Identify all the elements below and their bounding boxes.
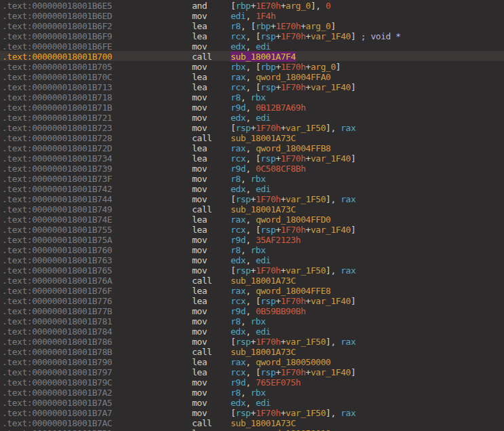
register-token[interactable]: rax — [341, 123, 355, 133]
register-token[interactable]: rbx — [251, 174, 266, 184]
address-label[interactable]: .text:000000018001B6E5 — [2, 1, 112, 11]
asm-row[interactable]: .text:000000018001B73Fmovr8, rbx — [0, 173, 504, 183]
address-label[interactable]: .text:000000018001B797 — [2, 367, 112, 377]
address-label[interactable]: .text:000000018001B755 — [2, 225, 112, 235]
mnemonic[interactable]: mov — [192, 316, 207, 326]
register-token[interactable]: rax — [231, 214, 246, 225]
identifier-token[interactable]: sub_18001A73C — [231, 204, 296, 214]
register-token[interactable]: edi — [256, 113, 271, 123]
selected-identifier-token[interactable]: sub_18001A7F4 — [231, 52, 296, 62]
register-token[interactable]: edi — [256, 184, 271, 194]
register-token[interactable]: rbp — [256, 21, 271, 31]
address-label[interactable]: .text:000000018001B790 — [2, 357, 112, 367]
identifier-token[interactable]: sub_18001A73C — [231, 347, 296, 357]
mnemonic[interactable]: mov — [192, 113, 207, 123]
number-token[interactable]: 1E70h — [256, 1, 281, 11]
mnemonic[interactable]: mov — [192, 398, 207, 408]
asm-row[interactable]: .text:000000018001B723mov[rsp+1F70h+var_… — [0, 122, 504, 132]
address-label[interactable]: .text:000000018001B75A — [2, 235, 112, 245]
asm-row[interactable]: .text:000000018001B70Clearax, qword_1800… — [0, 71, 504, 81]
mnemonic[interactable]: lea — [192, 286, 207, 296]
address-label[interactable]: .text:000000018001B784 — [2, 326, 112, 337]
asm-row[interactable]: .text:000000018001B77Bmovr9d, 0B59BB90Bh — [0, 305, 504, 316]
asm-row[interactable]: .text:000000018001B721movedx, edi — [0, 112, 504, 122]
address-label[interactable]: .text:000000018001B718 — [2, 92, 112, 102]
mnemonic[interactable]: lea — [192, 31, 207, 41]
address-label[interactable]: .text:000000018001B760 — [2, 245, 112, 255]
address-label[interactable]: .text:000000018001B721 — [2, 113, 112, 123]
register-token[interactable]: rcx — [231, 225, 246, 235]
register-token[interactable]: rbp — [235, 1, 250, 11]
asm-row[interactable]: .text:000000018001B718movr8, rbx — [0, 92, 504, 102]
register-token[interactable]: r9d — [231, 102, 246, 113]
mnemonic[interactable]: mov — [192, 92, 207, 102]
number-token[interactable]: 1F70h — [281, 225, 306, 235]
asm-row[interactable]: .text:000000018001B78Bcallsub_18001A73C — [0, 346, 504, 356]
address-label[interactable]: .text:000000018001B734 — [2, 153, 112, 164]
asm-row[interactable]: .text:000000018001B763movedx, edi — [0, 255, 504, 265]
register-token[interactable]: rsp — [260, 82, 275, 92]
register-token[interactable]: rcx — [231, 82, 246, 92]
address-label[interactable]: .text:000000018001B7AC — [2, 418, 112, 428]
register-token[interactable]: rax — [341, 408, 355, 418]
register-token[interactable]: rsp — [260, 367, 275, 377]
asm-row[interactable]: .text:000000018001B713learcx, [rsp+1F70h… — [0, 81, 504, 92]
register-token[interactable]: rbx — [231, 62, 246, 72]
mnemonic[interactable]: lea — [192, 225, 207, 235]
register-token[interactable]: edi — [256, 398, 271, 408]
register-token[interactable]: r8 — [231, 316, 241, 326]
register-token[interactable]: rsp — [260, 31, 275, 41]
identifier-token[interactable]: var_1F40 — [311, 367, 351, 377]
number-token[interactable]: 1E70h — [281, 62, 306, 72]
register-token[interactable]: rcx — [231, 153, 246, 164]
register-token[interactable]: edi — [256, 326, 271, 337]
asm-row[interactable]: .text:000000018001B7ACcallsub_18001A73C — [0, 417, 504, 428]
address-label[interactable]: .text:000000018001B742 — [2, 184, 112, 194]
register-token[interactable]: r9d — [231, 235, 246, 245]
address-label[interactable]: .text:000000018001B77B — [2, 306, 112, 316]
register-token[interactable]: rsp — [235, 123, 250, 133]
asm-row[interactable]: .text:000000018001B797learcx, [rsp+1F70h… — [0, 367, 504, 377]
asm-row[interactable]: .text:000000018001B744mov[rsp+1F70h+var_… — [0, 193, 504, 204]
asm-row[interactable]: .text:000000018001B79Cmovr9d, 765EF075h — [0, 377, 504, 387]
mnemonic[interactable]: mov — [192, 174, 207, 184]
mnemonic[interactable]: mov — [192, 245, 207, 255]
mnemonic[interactable]: mov — [192, 184, 207, 194]
identifier-token[interactable]: var_1F40 — [311, 153, 351, 164]
mnemonic[interactable]: call — [192, 347, 212, 357]
mnemonic[interactable]: lea — [192, 143, 207, 153]
number-token[interactable]: 1F70h — [281, 367, 306, 377]
address-label[interactable]: .text:000000018001B72D — [2, 143, 112, 153]
register-token[interactable]: rcx — [231, 367, 246, 377]
register-token[interactable]: rsp — [235, 265, 250, 276]
mnemonic[interactable]: and — [192, 1, 207, 11]
register-token[interactable]: r9d — [231, 377, 246, 388]
register-token[interactable]: rsp — [260, 225, 275, 235]
register-token[interactable]: edi — [256, 41, 271, 52]
number-token[interactable]: 1F70h — [281, 31, 306, 41]
register-token[interactable]: edx — [231, 113, 246, 123]
asm-row[interactable]: .text:000000018001B7A5movedx, edi — [0, 397, 504, 407]
asm-row[interactable]: .text:000000018001B784movedx, edi — [0, 326, 504, 336]
mnemonic[interactable]: lea — [192, 296, 207, 306]
identifier-token[interactable]: var_1F50 — [286, 123, 326, 133]
identifier-token[interactable]: sub_18001A73C — [231, 276, 296, 286]
register-token[interactable]: edx — [231, 41, 246, 52]
asm-row[interactable]: .text:000000018001B705movrbx, [rbp+1E70h… — [0, 61, 504, 71]
address-label[interactable]: .text:000000018001B700 — [2, 52, 112, 62]
mnemonic[interactable]: lea — [192, 428, 207, 431]
mnemonic[interactable]: mov — [192, 255, 207, 265]
mnemonic[interactable]: lea — [192, 367, 207, 377]
register-token[interactable]: rbx — [251, 245, 266, 255]
address-label[interactable]: .text:000000018001B6FE — [2, 41, 112, 52]
address-label[interactable]: .text:000000018001B79C — [2, 377, 112, 388]
number-token[interactable]: 1F70h — [281, 82, 306, 92]
address-label[interactable]: .text:000000018001B723 — [2, 123, 112, 133]
address-label[interactable]: .text:000000018001B749 — [2, 204, 112, 214]
mnemonic[interactable]: mov — [192, 41, 207, 52]
register-token[interactable]: edx — [231, 326, 246, 337]
asm-row[interactable]: .text:000000018001B739movr9d, 0C508CF8Bh — [0, 163, 504, 173]
asm-row[interactable]: .text:000000018001B776learcx, [rsp+1F70h… — [0, 295, 504, 305]
number-token[interactable]: 1F70h — [256, 337, 281, 347]
register-token[interactable]: r9d — [231, 164, 246, 174]
